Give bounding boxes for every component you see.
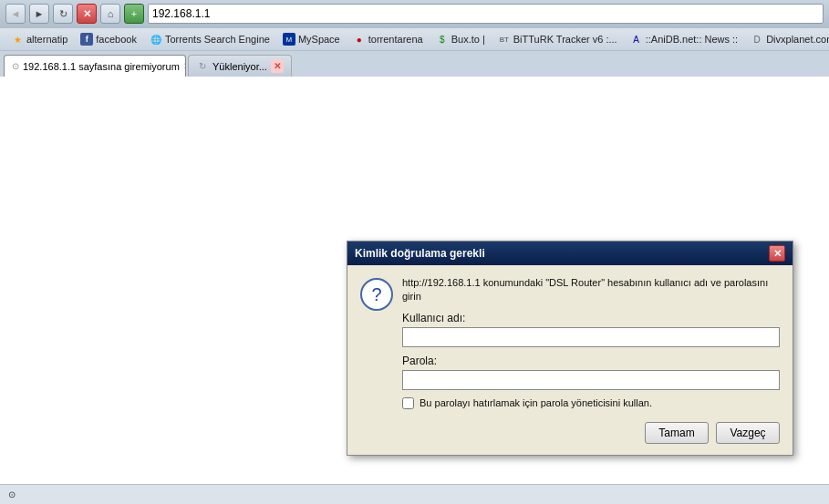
tab-close-button[interactable]: ✕ [183, 60, 186, 73]
status-icon: ⊙ [5, 489, 18, 501]
username-input[interactable] [402, 327, 780, 347]
star-icon: ★ [11, 33, 24, 46]
globe-icon: 🌐 [150, 33, 162, 46]
password-input[interactable] [402, 370, 780, 390]
dialog-close-button[interactable]: ✕ [769, 245, 785, 262]
back-button[interactable]: ◄ [5, 4, 26, 24]
bookmark-label: facebook [96, 34, 137, 45]
bookmark-myspace[interactable]: M MySpace [277, 31, 346, 47]
bookmark-facebook[interactable]: f facebook [75, 31, 142, 47]
ok-button[interactable]: Tamam [645, 422, 709, 444]
dialog-title: Kimlik doğrulama gerekli [355, 247, 485, 260]
address-bar-area [148, 4, 824, 24]
bookmark-label: torrentarena [368, 34, 423, 45]
stop-button[interactable]: ✕ [77, 4, 97, 24]
tab-favicon: ⊙ [12, 60, 19, 73]
username-label: Kullanıcı adı: [402, 312, 780, 324]
dialog-buttons: Tamam Vazgeç [402, 422, 780, 444]
myspace-icon: M [283, 33, 295, 46]
tab-label: Yükleniyor... [212, 61, 267, 72]
bookmark-label: alternatip [26, 34, 67, 45]
bookmark-divxplanet[interactable]: D Divxplanet.com [745, 31, 829, 47]
bookmark-label: Divxplanet.com [766, 34, 829, 45]
page-content: Kimlik doğrulama gerekli ✕ ? http://192.… [0, 77, 829, 484]
tab-loading-icon: ↻ [196, 60, 209, 73]
home-button[interactable]: ⌂ [100, 4, 120, 24]
bookmark-buxto[interactable]: $ Bux.to | [430, 31, 491, 47]
dialog-description: http://192.168.1.1 konumundaki "DSL Rout… [402, 276, 780, 304]
bit-icon: BT [498, 33, 511, 46]
remember-password-checkbox[interactable] [402, 397, 414, 409]
torrent-icon: ● [353, 33, 366, 46]
bookmark-torrentarena[interactable]: ● torrentarena [347, 31, 429, 47]
bookmark-bitturk[interactable]: BT BiTTuRK Tracker v6 :... [492, 31, 623, 47]
new-tab-button[interactable]: + [124, 4, 144, 24]
tabs-bar: ⊙ 192.168.1.1 sayfasına giremiyorum ✕ ↻ … [0, 51, 829, 77]
ani-icon: A [630, 33, 643, 46]
bookmark-label: Torrents Search Engine [165, 34, 270, 45]
bookmark-torrents[interactable]: 🌐 Torrents Search Engine [144, 31, 275, 47]
navigation-bar: ◄ ► ↻ ✕ ⌂ + [0, 0, 829, 27]
bookmark-label: ::AniDB.net:: News :: [646, 34, 738, 45]
tab-close-button-2[interactable]: ✕ [271, 60, 284, 73]
facebook-icon: f [80, 33, 93, 46]
cancel-button[interactable]: Vazgeç [716, 422, 780, 444]
password-label: Parola: [402, 355, 780, 367]
tab-2[interactable]: ↻ Yükleniyor... ✕ [188, 55, 292, 77]
bookmark-label: BiTTuRK Tracker v6 :... [513, 34, 617, 45]
auth-dialog: Kimlik doğrulama gerekli ✕ ? http://192.… [347, 241, 793, 456]
status-bar: ⊙ [0, 484, 829, 504]
tab-label: 192.168.1.1 sayfasına giremiyorum [23, 61, 180, 72]
remember-password-row: Bu parolayı hatırlamak için parola yönet… [402, 397, 780, 409]
browser-window: ◄ ► ↻ ✕ ⌂ + ★ alternatip f facebook 🌐 To… [0, 0, 829, 504]
address-input[interactable] [148, 4, 824, 24]
remember-password-label: Bu parolayı hatırlamak için parola yönet… [420, 397, 652, 408]
tab-1[interactable]: ⊙ 192.168.1.1 sayfasına giremiyorum ✕ [4, 55, 186, 77]
dialog-titlebar: Kimlik doğrulama gerekli ✕ [347, 242, 793, 265]
bookmark-alternatip[interactable]: ★ alternatip [5, 31, 73, 47]
question-icon: ? [360, 278, 393, 311]
bux-icon: $ [436, 33, 449, 46]
dialog-body: ? http://192.168.1.1 konumundaki "DSL Ro… [347, 265, 793, 455]
bookmarks-bar: ★ alternatip f facebook 🌐 Torrents Searc… [0, 27, 829, 51]
reload-button[interactable]: ↻ [53, 4, 73, 24]
bookmark-anidb[interactable]: A ::AniDB.net:: News :: [625, 31, 743, 47]
divx-icon: D [751, 33, 763, 46]
forward-button[interactable]: ► [29, 4, 49, 24]
dialog-form: http://192.168.1.1 konumundaki "DSL Rout… [402, 276, 780, 444]
bookmark-label: MySpace [298, 34, 340, 45]
bookmark-label: Bux.to | [451, 34, 485, 45]
